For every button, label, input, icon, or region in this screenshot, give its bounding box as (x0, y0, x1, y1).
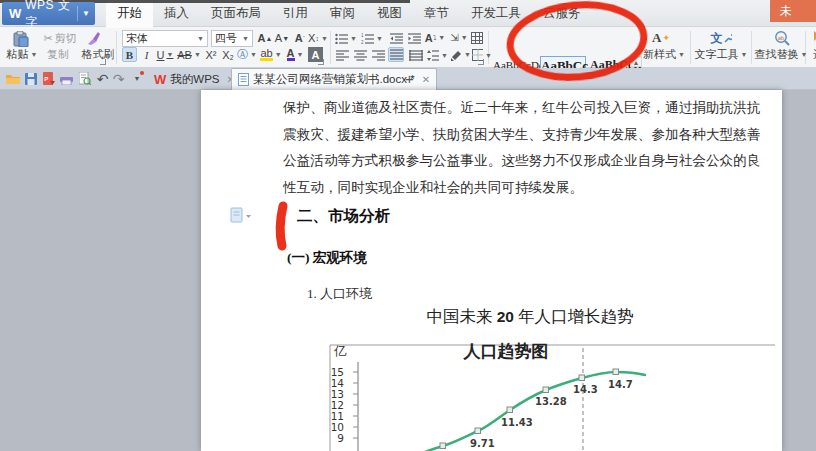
shrink-font-icon[interactable]: A▼ (274, 30, 290, 46)
export-pdf-icon[interactable]: P (40, 70, 57, 87)
phonetic-guide-icon[interactable]: Aˇ (292, 30, 308, 46)
enclosed-char-icon[interactable]: Ⓐ▼ (238, 47, 256, 62)
document-tabbar: P ↶ ↷ ▼ W 我的WPS ✕ 某某公司网络营销策划书.docx * ✕ + (0, 68, 816, 90)
chevron-down-icon: ▼ (82, 9, 90, 18)
group-divider (690, 31, 691, 64)
data-label: 9.71 (470, 438, 495, 449)
account-login-button[interactable]: 未 (770, 0, 816, 22)
tab-references[interactable]: 引用 (272, 0, 319, 27)
svg-text:ab: ab (778, 34, 784, 40)
tab-home[interactable]: 开始 (106, 0, 153, 27)
subheading-macro-environment: (一) 宏观环境 (287, 249, 367, 267)
align-center-icon[interactable] (353, 48, 368, 62)
heading-market-analysis: 二、市场分析 (297, 206, 390, 227)
new-style-icon[interactable]: A ✦ (648, 30, 674, 46)
paragraph-style-flag-icon[interactable] (230, 207, 252, 225)
cut-button[interactable]: ✂ 剪切 (38, 31, 82, 45)
body-text-line: 震救灾、援建希望小学、扶助贫困大学生、支持青少年发展、参加各种大型慈善 (283, 126, 775, 144)
home-wps-tab[interactable]: W 我的WPS ✕ (148, 68, 241, 90)
copy-label: 复制 (47, 47, 69, 62)
increase-indent-icon[interactable] (406, 31, 422, 45)
document-tab-label: 某某公司网络营销策划书.docx * (253, 72, 415, 87)
toolbar-more-icon[interactable]: ▼ (130, 70, 144, 87)
ribbon: 粘贴 ▼ ✂ 剪切 复制 格式刷 宋体 ▼ 四号 ▼ A▲ (0, 27, 816, 68)
grow-font-icon[interactable]: A▲ (257, 30, 273, 46)
text-direction-icon[interactable]: A⤵▼ (424, 30, 446, 45)
distribute-icon[interactable] (407, 48, 424, 62)
underline-button[interactable]: U▼ (155, 47, 175, 62)
format-painter-icon[interactable] (84, 30, 102, 46)
numbering-icon[interactable]: 12 ▼ (361, 31, 383, 45)
paste-label: 粘贴 (7, 47, 29, 62)
clipboard-dialog-launcher[interactable] (100, 59, 106, 65)
tab-view[interactable]: 视图 (366, 0, 413, 27)
superscript-button[interactable]: X² (203, 47, 219, 62)
strikethrough-button[interactable]: AB▼ (177, 47, 201, 62)
population-trend-chart[interactable]: 亿 人口趋势图 15 14 13 12 11 10 9 9.71 11.43 1… (326, 340, 781, 451)
tab-review[interactable]: 审阅 (319, 0, 366, 27)
y-tick: 9 (328, 432, 344, 444)
data-label: 11.43 (501, 417, 533, 428)
save-icon[interactable] (22, 70, 39, 87)
open-icon[interactable] (4, 70, 21, 87)
menu-tab-strip: 开始 插入 页面布局 引用 审阅 视图 章节 开发工具 云服务 (106, 0, 592, 27)
copy-button[interactable]: 复制 (38, 47, 78, 62)
undo-icon[interactable]: ↶ (94, 70, 111, 87)
select-button[interactable]: 选择 (806, 47, 816, 62)
find-replace-icon[interactable]: ab (770, 29, 794, 46)
text-tools-icon[interactable]: 文 (708, 30, 734, 46)
bold-button[interactable]: B (122, 47, 137, 62)
wps-window: W WPS 文字 ▼ 开始 插入 页面布局 引用 审阅 视图 章节 开发工具 云… (0, 0, 816, 451)
wps-app-button[interactable]: W WPS 文字 ▼ (2, 2, 95, 25)
paste-icon[interactable] (8, 30, 34, 47)
new-tab-button[interactable]: + (401, 70, 418, 87)
font-dialog-launcher[interactable] (318, 59, 324, 65)
new-style-button[interactable]: 新样式 ▼ (640, 47, 688, 62)
paragraph-layout-icon[interactable]: ⇲▼ (449, 30, 469, 45)
print-preview-icon[interactable] (76, 70, 93, 87)
bullets-icon[interactable]: ▼ (335, 31, 357, 45)
svg-text:1: 1 (361, 33, 364, 38)
tab-cloud[interactable]: 云服务 (532, 0, 592, 27)
font-name-select[interactable]: 宋体 ▼ (122, 30, 208, 47)
italic-button[interactable]: I (140, 47, 153, 62)
format-painter-button[interactable]: 格式刷 (78, 47, 118, 62)
redo-icon[interactable]: ↷ (110, 70, 127, 87)
svg-text:P: P (44, 76, 48, 82)
find-replace-button[interactable]: 查找替换 ▼ (752, 47, 810, 62)
body-text-line: 公益活动等方式积极参与公益事业。这些努力不仅形成企业自身与社会公众的良 (283, 152, 775, 170)
paste-button[interactable]: 粘贴 ▼ (2, 47, 42, 62)
wps-app-button-label: WPS 文字 (25, 0, 71, 31)
close-icon[interactable]: ✕ (422, 74, 430, 85)
char-scale-icon[interactable]: X↕▼ (309, 30, 327, 46)
text-tools-button[interactable]: 文字工具 ▼ (694, 47, 748, 62)
select-icon[interactable] (809, 29, 816, 46)
tab-section[interactable]: 章节 (413, 0, 460, 27)
chevron-down-icon: ▼ (31, 51, 38, 58)
align-right-icon[interactable] (371, 48, 386, 62)
tab-insert[interactable]: 插入 (153, 0, 200, 27)
shading-icon[interactable]: ▼ (450, 47, 471, 62)
find-replace-label: 查找替换 (755, 47, 799, 62)
tab-developer[interactable]: 开发工具 (460, 0, 532, 27)
subscript-button[interactable]: X₂ (220, 47, 236, 62)
decrease-indent-icon[interactable] (388, 31, 404, 45)
paragraph-dialog-launcher[interactable] (478, 59, 484, 65)
print-icon[interactable] (58, 70, 75, 87)
tab-page-layout[interactable]: 页面布局 (200, 0, 272, 27)
font-color-icon[interactable]: A▼ (285, 47, 305, 62)
line-spacing-icon[interactable]: ▼ (427, 48, 448, 62)
document-page[interactable]: 保护、商业道德及社区责任。近二十年来，红牛公司投入巨资，通过捐助抗洪抗 震救灾、… (201, 90, 782, 451)
align-left-icon[interactable] (335, 48, 350, 62)
y-axis-unit: 亿 (334, 343, 347, 360)
wps-logo: W (9, 6, 21, 21)
body-text-line: 性互动，同时实现企业和社会的共同可持续发展。 (283, 179, 775, 197)
justify-icon[interactable] (388, 47, 404, 62)
highlight-color-icon[interactable]: ab▼ (260, 47, 282, 62)
new-style-label: 新样式 (643, 47, 676, 62)
table-grid-icon[interactable] (470, 31, 484, 45)
scissors-icon: ✂ (43, 32, 52, 45)
font-name-value: 宋体 (126, 31, 148, 46)
document-icon (238, 73, 249, 86)
font-size-select[interactable]: 四号 ▼ (211, 30, 253, 47)
